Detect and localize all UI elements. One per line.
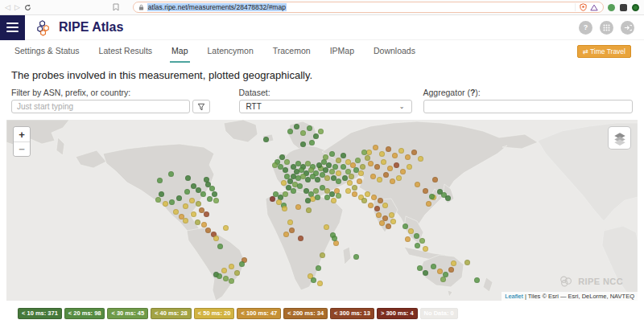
probe-dot[interactable]: [383, 172, 389, 178]
legend-badge[interactable]: < 50 ms: 20: [194, 308, 235, 319]
probe-dot[interactable]: [159, 191, 164, 197]
probe-dot[interactable]: [283, 167, 288, 173]
probe-dot[interactable]: [270, 196, 275, 202]
probe-dot[interactable]: [390, 219, 396, 224]
probe-dot[interactable]: [365, 155, 370, 161]
probe-dot[interactable]: [451, 260, 456, 266]
probe-dot[interactable]: [417, 265, 423, 271]
dataset-select[interactable]: RTT ⌄: [239, 100, 412, 113]
probe-dot[interactable]: [386, 224, 391, 229]
probe-dot[interactable]: [341, 153, 346, 158]
probe-dot[interactable]: [313, 188, 319, 194]
probe-dot[interactable]: [331, 198, 336, 203]
probe-dot[interactable]: [205, 228, 211, 233]
probe-dot[interactable]: [313, 133, 319, 139]
probe-dot[interactable]: [316, 265, 321, 271]
probe-dot[interactable]: [423, 188, 428, 194]
probe-dot[interactable]: [191, 211, 196, 217]
probe-dot[interactable]: [289, 228, 295, 233]
legend-badge[interactable]: < 100 ms: 47: [237, 308, 281, 319]
probe-dot[interactable]: [207, 196, 213, 202]
aggregator-input[interactable]: [423, 100, 633, 113]
login-button[interactable]: [621, 21, 634, 35]
probe-dot[interactable]: [169, 199, 175, 205]
probe-dot[interactable]: [336, 158, 341, 163]
probe-dot[interactable]: [324, 195, 330, 200]
probe-dot[interactable]: [307, 125, 312, 131]
warning-triangle-icon[interactable]: [590, 4, 598, 11]
probe-dot[interactable]: [282, 206, 287, 211]
probe-dot[interactable]: [440, 277, 446, 282]
probe-map[interactable]: + − RIPE NCC Leaflet | Tiles © Esri — Es…: [6, 120, 638, 301]
probe-dot[interactable]: [405, 154, 411, 160]
probe-dot[interactable]: [332, 236, 337, 241]
probe-dot[interactable]: [360, 164, 365, 170]
probe-dot[interactable]: [168, 171, 174, 177]
probe-dot[interactable]: [318, 129, 324, 134]
probe-dot[interactable]: [315, 177, 320, 183]
probe-dot[interactable]: [323, 167, 328, 173]
probe-dot[interactable]: [201, 222, 207, 228]
probe-dot[interactable]: [239, 261, 245, 267]
probe-dot[interactable]: [361, 198, 367, 203]
probe-dot[interactable]: [294, 124, 299, 129]
probe-dot[interactable]: [377, 177, 382, 183]
probe-dot[interactable]: [415, 182, 420, 187]
probe-dot[interactable]: [405, 236, 411, 242]
probe-dot[interactable]: [379, 220, 385, 226]
probe-dot[interactable]: [272, 162, 278, 168]
probe-dot[interactable]: [431, 264, 436, 269]
extensions-puzzle-icon[interactable]: [620, 4, 627, 11]
probe-dot[interactable]: [189, 198, 195, 203]
probe-dot[interactable]: [195, 219, 200, 225]
probe-dot[interactable]: [437, 269, 443, 274]
probe-dot[interactable]: [474, 277, 480, 283]
probe-dot[interactable]: [357, 178, 362, 184]
legend-badge[interactable]: < 30 ms: 45: [107, 308, 148, 319]
filter-input[interactable]: [11, 100, 190, 113]
probe-dot[interactable]: [423, 246, 428, 252]
probe-dot[interactable]: [429, 194, 435, 199]
extension-circle-icon[interactable]: [632, 4, 639, 11]
probe-dot[interactable]: [298, 236, 303, 241]
tab-map[interactable]: Map: [170, 40, 189, 63]
probe-dot[interactable]: [163, 201, 168, 207]
bookmark-icon[interactable]: [113, 3, 119, 11]
probe-dot[interactable]: [263, 137, 269, 142]
probe-dot[interactable]: [221, 268, 227, 273]
probe-dot[interactable]: [223, 276, 229, 281]
probe-dot[interactable]: [287, 129, 293, 134]
probe-dot[interactable]: [342, 175, 348, 181]
probe-dot[interactable]: [426, 201, 431, 207]
probe-dot[interactable]: [213, 198, 219, 203]
reload-icon[interactable]: [24, 4, 31, 11]
probe-dot[interactable]: [204, 177, 209, 183]
probe-dot[interactable]: [157, 178, 163, 183]
probe-dot[interactable]: [341, 164, 346, 170]
probe-dot[interactable]: [213, 236, 219, 241]
tab-settings-status[interactable]: Settings & Status: [13, 40, 81, 63]
probe-dot[interactable]: [387, 166, 393, 171]
probe-dot[interactable]: [353, 254, 359, 260]
legend-badge[interactable]: < 20 ms: 98: [64, 308, 105, 319]
privacy-shield-icon[interactable]: [580, 3, 587, 11]
tab-ipmap[interactable]: IPMap: [328, 40, 356, 63]
probe-dot[interactable]: [381, 159, 386, 165]
probe-dot[interactable]: [432, 177, 438, 183]
probe-dot[interactable]: [281, 180, 287, 186]
probe-dot[interactable]: [368, 203, 374, 208]
probe-dot[interactable]: [411, 150, 417, 155]
legend-badge[interactable]: < 10 ms: 371: [18, 308, 62, 319]
probe-dot[interactable]: [329, 151, 335, 157]
tab-latest-results[interactable]: Latest Results: [97, 40, 155, 63]
probe-dot[interactable]: [345, 188, 351, 194]
probe-dot[interactable]: [365, 191, 370, 197]
probe-dot[interactable]: [332, 164, 338, 170]
probe-dot[interactable]: [448, 267, 454, 273]
map-layers-button[interactable]: [608, 126, 631, 150]
probe-dot[interactable]: [315, 195, 320, 200]
extension-green-icon[interactable]: [608, 4, 615, 11]
probe-dot[interactable]: [324, 224, 329, 230]
probe-dot[interactable]: [336, 170, 341, 176]
legend-badge[interactable]: < 200 ms: 34: [283, 308, 328, 319]
